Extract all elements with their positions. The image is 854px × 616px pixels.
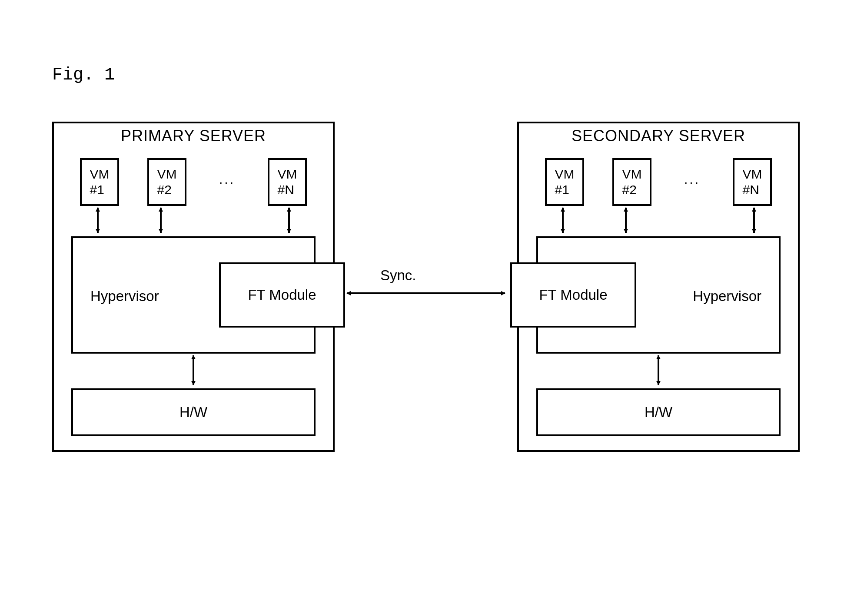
sync-label: Sync.	[380, 267, 416, 284]
secondary-vm-2: VM#2	[612, 158, 651, 206]
secondary-title: SECONDARY SERVER	[519, 127, 798, 145]
secondary-vm-ellipsis: ···	[680, 175, 704, 189]
secondary-vm-1: VM#1	[545, 158, 584, 206]
primary-server: PRIMARY SERVER VM#1 VM#2 ··· VM#N Hyperv…	[52, 122, 335, 452]
secondary-hypervisor-label: Hypervisor	[693, 288, 761, 305]
primary-title: PRIMARY SERVER	[54, 127, 333, 145]
secondary-vm-n: VM#N	[733, 158, 772, 206]
primary-hypervisor-label: Hypervisor	[90, 288, 159, 305]
primary-hw: H/W	[71, 388, 316, 436]
primary-vm-2: VM#2	[147, 158, 186, 206]
secondary-ft-module: FT Module	[510, 262, 636, 328]
secondary-hw: H/W	[536, 388, 781, 436]
secondary-vm-row: VM#1 VM#2 ··· VM#N	[545, 158, 772, 206]
secondary-server: SECONDARY SERVER VM#1 VM#2 ··· VM#N Hype…	[517, 122, 800, 452]
primary-vm-n: VM#N	[268, 158, 307, 206]
diagram-canvas: PRIMARY SERVER VM#1 VM#2 ··· VM#N Hyperv…	[52, 122, 800, 456]
primary-vm-row: VM#1 VM#2 ··· VM#N	[80, 158, 307, 206]
primary-vm-ellipsis: ···	[215, 175, 239, 189]
primary-vm-1: VM#1	[80, 158, 119, 206]
figure-label: Fig. 1	[52, 65, 115, 85]
primary-ft-module: FT Module	[219, 262, 345, 328]
